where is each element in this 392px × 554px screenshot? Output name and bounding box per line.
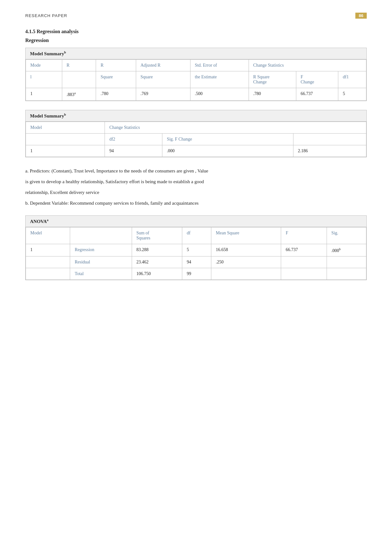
model-summary-table-2-data: Model Change Statistics df2 Sig. F Chang… [26,122,366,157]
section-heading: 4.1.5 Regression analysis [25,29,367,34]
model-summary-table-1: Model Summaryb Mode R R Adjusted R Std. … [25,48,367,101]
anova-col-f: F [281,227,327,244]
col-change-stats: Change Statistics [249,60,366,71]
col-sig-f: Sig. F Change [162,133,293,145]
anova-col-empty [70,227,132,244]
table-row-residual: Residual 23.462 94 .250 [26,256,366,268]
col-r-square-header: R [96,60,136,71]
header-title: RESEARCH PAPER [25,13,67,18]
col-model-lbl: Model [26,122,105,133]
table-row: l Square Square the Estimate R SquareCha… [26,71,366,88]
model-summary-table-2: Model Summaryb Model Change Statistics d… [25,110,367,157]
table-row-regression: 1 Regression 83.288 5 16.658 66.737 .000… [26,244,366,256]
anova-cell-sum-1: 83.288 [132,244,182,256]
anova-col-sig: Sig. [327,227,366,244]
cell-std-err-val: .500 [190,88,249,101]
col-df2: df2 [105,133,162,145]
anova-cell-f-3 [281,268,327,280]
cell-adj-r-sq: .769 [136,88,190,101]
anova-cell-mean-1: 16.658 [211,244,281,256]
anova-cell-df-2: 94 [182,256,211,268]
anova-col-mean: Mean Square [211,227,281,244]
anova-cell-residual: Residual [70,256,132,268]
anova-cell-df-1: 5 [182,244,211,256]
anova-cell-model-3 [26,268,70,280]
cell-sig-f-val: .000 [162,145,293,157]
anova-cell-f-2 [281,256,327,268]
col-square2: Square [136,71,190,88]
anova-cell-model-1: 1 [26,244,70,256]
anova-cell-sum-3: 106.750 [132,268,182,280]
anova-cell-model-2 [26,256,70,268]
anova-cell-total: Total [70,268,132,280]
anova-cell-sig-2 [327,256,366,268]
model-summary-title-2: Model Summaryb [26,110,366,122]
cell-r-sq: .780 [96,88,136,101]
col-mode: Mode [26,60,62,71]
footnote-block: a. Predictors: (Constant), Trust level, … [25,166,367,208]
page-number: 86 [355,13,367,19]
cell-model: 1 [26,88,62,101]
model-summary-table-1-data: Mode R R Adjusted R Std. Error of Change… [26,59,366,101]
anova-cell-df-3: 99 [182,268,211,280]
col-change-stats-lbl: Change Statistics [105,122,366,133]
col-r: R [62,60,96,71]
page: RESEARCH PAPER 86 4.1.5 Regression analy… [0,0,392,554]
col-empty [62,71,96,88]
anova-cell-mean-2: .250 [211,256,281,268]
cell-f-change-val: 66.737 [296,88,338,101]
col-square: Square [96,71,136,88]
table-row-total: Total 106.750 99 [26,268,366,280]
anova-cell-sum-2: 23.462 [132,256,182,268]
anova-cell-sig-3 [327,268,366,280]
cell-df2-val: 94 [105,145,162,157]
anova-col-df: df [182,227,211,244]
anova-col-model: Model [26,227,70,244]
page-header: RESEARCH PAPER 86 [25,13,367,19]
footnote-a: a. Predictors: (Constant), Trust level, … [25,166,367,176]
table-row-data: 1 .883a .780 .769 .500 .780 66.737 5 [26,88,366,101]
cell-r-sq-change-val: .780 [249,88,296,101]
col-extra [293,133,366,145]
col-std-err: Std. Error of [190,60,249,71]
anova-title: ANOVAa [26,216,366,227]
table-row-data-2: 1 94 .000 2.186 [26,145,366,157]
col-f-change: FChange [296,71,338,88]
footnote-b: b. Dependent Variable: Recommend company… [25,198,367,208]
cell-r-val: .883a [62,88,96,101]
footnote-a-cont1: is given to develop a healthy relationsh… [25,177,367,186]
model-summary-title-1: Model Summaryb [26,48,366,59]
col-df1: df1 [338,71,366,88]
col-r-sq-change: R SquareChange [249,71,296,88]
anova-col-sum: Sum ofSquares [132,227,182,244]
cell-extra-val: 2.186 [293,145,366,157]
table-row-header: Model Sum ofSquares df Mean Square F Sig… [26,227,366,244]
anova-table: ANOVAa Model Sum ofSquares df Mean Squar… [25,215,367,280]
footnote-a-cont2: relationship, Excellent delivery service [25,188,367,197]
table-row: df2 Sig. F Change [26,133,366,145]
col-l: l [26,71,62,88]
sub-heading: Regression [25,38,367,43]
col-estimate: the Estimate [190,71,249,88]
col-adj-r: Adjusted R [136,60,190,71]
anova-cell-mean-3 [211,268,281,280]
anova-cell-f-1: 66.737 [281,244,327,256]
cell-model-2: 1 [26,145,105,157]
anova-cell-sig-1: .000b [327,244,366,256]
table-row: Model Change Statistics [26,122,366,133]
table-row: Mode R R Adjusted R Std. Error of Change… [26,60,366,71]
anova-table-data: Model Sum ofSquares df Mean Square F Sig… [26,227,366,280]
col-empty-2 [26,133,105,145]
cell-df1-val: 5 [338,88,366,101]
anova-cell-regression: Regression [70,244,132,256]
